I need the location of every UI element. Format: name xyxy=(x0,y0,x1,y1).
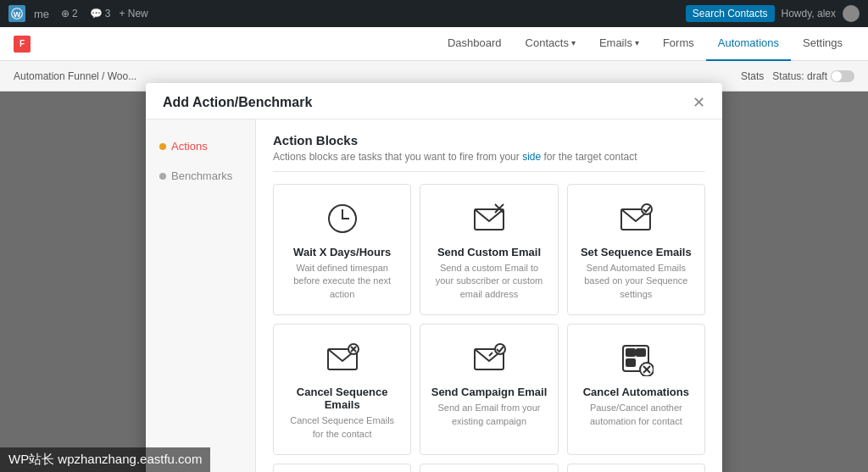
breadcrumb: Automation Funnel / Woo... xyxy=(14,70,136,82)
cancel-automations-icon xyxy=(615,338,656,379)
block-custom-email[interactable]: Send Custom Email Send a custom Email to… xyxy=(420,184,558,315)
nav-settings[interactable]: Settings xyxy=(791,27,854,61)
wp-logo[interactable]: W xyxy=(8,5,25,22)
nav-dashboard[interactable]: Dashboard xyxy=(436,27,514,61)
block-custom-email-title: Send Custom Email xyxy=(431,246,547,258)
sequence-emails-icon xyxy=(615,198,656,239)
new-button[interactable]: + New xyxy=(119,8,147,19)
status-toggle[interactable] xyxy=(831,70,854,82)
block-campaign-email[interactable]: Send Campaign Email Send an Email from y… xyxy=(420,324,558,455)
sub-header-right: Stats Status: draft xyxy=(741,70,854,82)
sidebar-benchmarks-section: Benchmarks xyxy=(146,163,255,189)
messages-count[interactable]: 💬 3 xyxy=(90,8,111,19)
actions-label: Actions xyxy=(171,140,208,153)
svg-line-14 xyxy=(489,353,492,356)
nav-forms[interactable]: Forms xyxy=(651,27,706,61)
avatar xyxy=(843,5,860,22)
add-action-modal: Add Action/Benchmark ✕ Actions Benchmark… xyxy=(146,83,722,472)
svg-rect-18 xyxy=(626,359,635,366)
block-apply-tag[interactable]: Apply Tag Add this contact to the select… xyxy=(420,464,558,472)
block-cancel-sequence[interactable]: Cancel Sequence Emails Cancel Sequence E… xyxy=(273,324,411,455)
block-apply-list[interactable]: Apply List Add this contact to the selec… xyxy=(273,464,411,472)
admin-bar-icons: ⊕ 2 💬 3 xyxy=(61,8,110,19)
block-wait-desc: Wait defined timespan before execute the… xyxy=(284,262,400,301)
nav-emails[interactable]: Emails ▾ xyxy=(587,27,651,61)
cancel-sequence-icon xyxy=(322,338,363,379)
block-cancel-automations-title: Cancel Automations xyxy=(578,386,694,398)
block-custom-email-desc: Send a custom Email to your subscriber o… xyxy=(431,262,547,301)
block-cancel-automations-desc: Pause/Cancel another automation for cont… xyxy=(578,402,694,428)
modal-backdrop: Add Action/Benchmark ✕ Actions Benchmark… xyxy=(0,92,868,472)
search-contacts-button[interactable]: Search Contacts xyxy=(686,5,775,22)
watermark: WP站长 wpzhanzhang.eastfu.com xyxy=(0,447,210,472)
emails-arrow: ▾ xyxy=(635,38,639,47)
block-cancel-sequence-title: Cancel Sequence Emails xyxy=(284,386,400,411)
actions-dot xyxy=(159,143,166,150)
block-cancel-automations[interactable]: Cancel Automations Pause/Cancel another … xyxy=(567,324,705,455)
modal-body: Actions Benchmarks Action Blocks Actions… xyxy=(146,119,722,472)
svg-point-7 xyxy=(642,204,652,214)
status-badge: Status: draft xyxy=(772,70,854,82)
custom-email-icon xyxy=(469,198,509,239)
benchmarks-label: Benchmarks xyxy=(171,169,232,182)
admin-bar: W me ⊕ 2 💬 3 + New Search Contacts Howdy… xyxy=(0,0,868,27)
sidebar-item-benchmarks[interactable]: Benchmarks xyxy=(146,163,255,189)
contacts-arrow: ▾ xyxy=(571,38,576,47)
blocks-grid: Wait X Days/Hours Wait defined timespan … xyxy=(273,184,705,472)
top-nav-links: Dashboard Contacts ▾ Emails ▾ Forms Auto… xyxy=(436,27,854,61)
admin-bar-right: Search Contacts Howdy, alex xyxy=(686,5,860,22)
svg-text:W: W xyxy=(14,10,21,19)
section-title: Action Blocks xyxy=(273,133,705,147)
wait-icon xyxy=(322,198,363,239)
nav-automations[interactable]: Automations xyxy=(706,27,791,61)
side-link[interactable]: side xyxy=(522,151,541,163)
block-wait-title: Wait X Days/Hours xyxy=(284,246,400,258)
modal-title: Add Action/Benchmark xyxy=(163,95,312,110)
nav-contacts[interactable]: Contacts ▾ xyxy=(514,27,587,61)
top-nav: F Dashboard Contacts ▾ Emails ▾ Forms Au… xyxy=(0,27,868,61)
modal-content: Action Blocks Actions blocks are tasks t… xyxy=(256,119,722,472)
stats-button[interactable]: Stats xyxy=(741,70,764,82)
block-sequence-emails[interactable]: Set Sequence Emails Send Automated Email… xyxy=(567,184,705,315)
block-cancel-sequence-desc: Cancel Sequence Emails for the contact xyxy=(284,414,400,441)
block-wait[interactable]: Wait X Days/Hours Wait defined timespan … xyxy=(273,184,411,315)
status-label: Status: draft xyxy=(772,70,827,82)
modal-header: Add Action/Benchmark ✕ xyxy=(146,83,722,119)
sidebar-actions-section: Actions xyxy=(146,133,255,159)
campaign-email-icon xyxy=(469,338,509,379)
block-remove-list[interactable]: Remove From List Remove this contact fro… xyxy=(567,464,705,472)
section-desc: Actions blocks are tasks that you want t… xyxy=(273,151,705,172)
site-name: me xyxy=(34,8,49,20)
block-campaign-email-desc: Send an Email from your existing campaig… xyxy=(431,402,547,428)
sidebar-item-actions[interactable]: Actions xyxy=(146,133,255,159)
block-campaign-email-title: Send Campaign Email xyxy=(431,386,547,398)
modal-close-button[interactable]: ✕ xyxy=(693,95,705,110)
comments-count[interactable]: ⊕ 2 xyxy=(61,8,78,19)
block-sequence-emails-title: Set Sequence Emails xyxy=(578,246,694,258)
svg-rect-17 xyxy=(637,349,645,356)
svg-rect-16 xyxy=(626,349,635,356)
howdy-text: Howdy, alex xyxy=(782,8,836,19)
brand-logo: F xyxy=(14,36,31,53)
svg-point-13 xyxy=(495,344,505,354)
block-sequence-emails-desc: Send Automated Emails based on your Sequ… xyxy=(578,262,694,301)
benchmarks-dot xyxy=(159,173,166,180)
modal-sidebar: Actions Benchmarks xyxy=(146,119,256,472)
